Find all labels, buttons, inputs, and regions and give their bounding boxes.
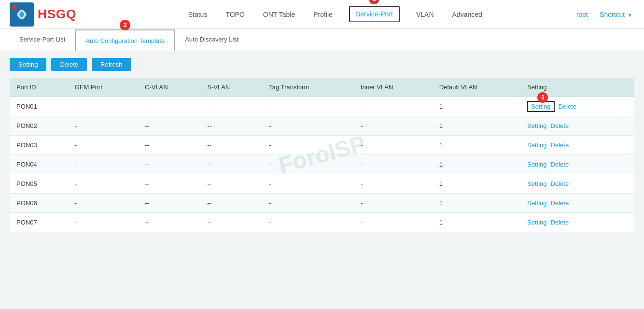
cell-port-id: PON02 <box>10 116 68 136</box>
table-body: PON01-------1Setting3DeletePON02-------1… <box>10 97 634 232</box>
table-row: PON02-------1SettingDelete <box>10 116 634 136</box>
cell-port-id: PON07 <box>10 213 68 232</box>
cell-actions: Setting3Delete <box>520 97 634 116</box>
nav-right: root Shortcut ▼ <box>574 2 634 27</box>
annotation-badge-2: 2 <box>120 20 130 30</box>
cell-gem-port: - <box>68 116 138 136</box>
cell-port-id: PON01 <box>10 97 68 116</box>
cell-c-vlan: -- <box>138 213 200 232</box>
cell-gem-port: - <box>68 194 138 213</box>
cell-tag-transform: - <box>262 155 354 174</box>
cell-inner-vlan: - <box>354 194 433 213</box>
cell-gem-port: - <box>68 174 138 194</box>
nav-status[interactable]: Status <box>186 2 210 27</box>
tab-service-port-list[interactable]: Service-Port List <box>10 29 75 51</box>
cell-inner-vlan: - <box>354 97 433 116</box>
nav-service-port[interactable]: Service-Port 1 <box>349 6 400 22</box>
cell-tag-transform: - <box>262 174 354 194</box>
cell-s-vlan: -- <box>200 97 262 116</box>
cell-tag-transform: - <box>262 97 354 116</box>
cell-default-vlan: 1 <box>433 174 520 194</box>
cell-tag-transform: - <box>262 194 354 213</box>
row-delete-link[interactable]: Delete <box>551 161 569 168</box>
cell-actions: SettingDelete <box>520 136 634 155</box>
nav-topo[interactable]: TOPO <box>224 2 246 27</box>
col-c-vlan: C-VLAN <box>138 78 200 97</box>
cell-s-vlan: -- <box>200 213 262 232</box>
cell-tag-transform: - <box>262 213 354 232</box>
cell-inner-vlan: - <box>354 174 433 194</box>
logo: HSGQ <box>10 2 77 27</box>
cell-default-vlan: 1 <box>433 116 520 136</box>
cell-default-vlan: 1 <box>433 97 520 116</box>
row-delete-link[interactable]: Delete <box>551 199 569 207</box>
row-delete-link[interactable]: Delete <box>551 122 569 129</box>
cell-default-vlan: 1 <box>433 213 520 232</box>
cell-c-vlan: -- <box>138 97 200 116</box>
tab-auto-discovery-list[interactable]: Auto Discovery List <box>175 29 248 51</box>
cell-actions: SettingDelete <box>520 213 634 232</box>
table-row: PON06-------1SettingDelete <box>10 194 634 213</box>
cell-s-vlan: -- <box>200 155 262 174</box>
cell-s-vlan: -- <box>200 174 262 194</box>
table-row: PON05-------1SettingDelete <box>10 174 634 194</box>
cell-c-vlan: -- <box>138 136 200 155</box>
cell-s-vlan: -- <box>200 136 262 155</box>
row-setting-link[interactable]: Setting <box>527 122 546 129</box>
refresh-button[interactable]: Refresh <box>92 58 131 71</box>
cell-actions: SettingDelete <box>520 116 634 136</box>
row-setting-link[interactable]: Setting <box>527 141 546 149</box>
table-container: Port ID GEM Port C-VLAN S-VLAN Tag Trans… <box>0 78 644 242</box>
cell-actions: SettingDelete <box>520 194 634 213</box>
row-delete-link[interactable]: Delete <box>551 219 569 226</box>
cell-default-vlan: 1 <box>433 155 520 174</box>
cell-actions: SettingDelete <box>520 155 634 174</box>
shortcut-dropdown-icon: ▼ <box>628 13 632 18</box>
cell-inner-vlan: - <box>354 136 433 155</box>
tab-auto-configuration-template[interactable]: Auto Configuration Template 2 <box>75 29 175 51</box>
cell-c-vlan: -- <box>138 155 200 174</box>
nav-advanced[interactable]: Advanced <box>450 2 484 27</box>
cell-port-id: PON04 <box>10 155 68 174</box>
cell-s-vlan: -- <box>200 194 262 213</box>
logo-text: HSGQ <box>38 7 77 22</box>
annotation-badge-3: 3 <box>537 92 548 103</box>
cell-inner-vlan: - <box>354 213 433 232</box>
nav-profile[interactable]: Profile <box>311 2 335 27</box>
row-setting-link[interactable]: Setting <box>527 199 546 207</box>
col-default-vlan: Default VLAN <box>433 78 520 97</box>
cell-default-vlan: 1 <box>433 194 520 213</box>
cell-actions: SettingDelete <box>520 174 634 194</box>
nav-ont-table[interactable]: ONT Table <box>261 2 297 27</box>
cell-c-vlan: -- <box>138 174 200 194</box>
cell-inner-vlan: - <box>354 155 433 174</box>
cell-port-id: PON06 <box>10 194 68 213</box>
row-setting-link[interactable]: Setting <box>527 219 546 226</box>
row-delete-link[interactable]: Delete <box>551 141 569 149</box>
main-table: Port ID GEM Port C-VLAN S-VLAN Tag Trans… <box>10 78 634 232</box>
row-delete-link[interactable]: Delete <box>559 103 577 110</box>
header: HSGQ Status TOPO ONT Table Profile Servi… <box>0 0 644 29</box>
nav-shortcut[interactable]: Shortcut ▼ <box>598 2 634 27</box>
nav-root[interactable]: root <box>574 2 590 27</box>
table-row: PON07-------1SettingDelete <box>10 213 634 232</box>
cell-gem-port: - <box>68 213 138 232</box>
row-setting-link[interactable]: Setting <box>527 180 546 187</box>
table-row: PON03-------1SettingDelete <box>10 136 634 155</box>
cell-gem-port: - <box>68 155 138 174</box>
col-gem-port: GEM Port <box>68 78 138 97</box>
cell-gem-port: - <box>68 97 138 116</box>
cell-tag-transform: - <box>262 116 354 136</box>
main-nav: Status TOPO ONT Table Profile Service-Po… <box>96 2 574 27</box>
cell-default-vlan: 1 <box>433 136 520 155</box>
row-delete-link[interactable]: Delete <box>551 180 569 187</box>
annotation-badge-1: 1 <box>369 0 379 4</box>
delete-button[interactable]: Delete <box>51 58 87 71</box>
cell-inner-vlan: - <box>354 116 433 136</box>
svg-point-1 <box>12 5 17 10</box>
cell-tag-transform: - <box>262 136 354 155</box>
row-setting-link[interactable]: Setting <box>527 161 546 168</box>
cell-c-vlan: -- <box>138 116 200 136</box>
setting-button[interactable]: Setting <box>10 58 46 71</box>
nav-vlan[interactable]: VLAN <box>414 2 436 27</box>
